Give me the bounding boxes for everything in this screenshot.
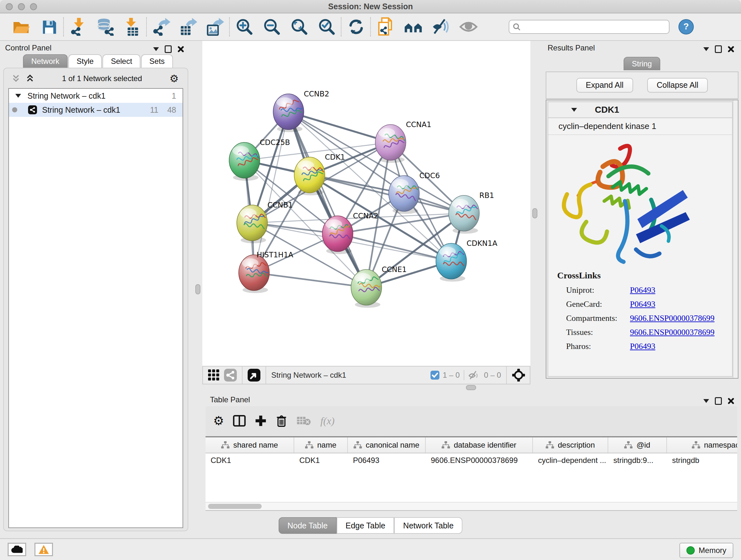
string-style-icon[interactable] bbox=[224, 369, 237, 381]
save-session-icon[interactable] bbox=[40, 17, 59, 37]
cloud-button[interactable] bbox=[8, 543, 26, 556]
zoom-fit-icon[interactable] bbox=[290, 17, 309, 37]
node-card-header[interactable]: CDK1 bbox=[548, 102, 732, 118]
table-cell[interactable]: CDK1 bbox=[205, 456, 294, 465]
zoom-out-icon[interactable] bbox=[262, 17, 281, 37]
column-header-namespace[interactable]: namespace bbox=[667, 437, 737, 453]
table-cell[interactable]: P06493 bbox=[348, 456, 426, 465]
search-field[interactable] bbox=[509, 20, 670, 34]
table-cell[interactable]: CDK1 bbox=[294, 456, 348, 465]
table-horizontal-scrollbar[interactable] bbox=[205, 502, 737, 510]
center-view-icon[interactable] bbox=[512, 368, 525, 382]
refresh-icon[interactable] bbox=[347, 17, 366, 37]
network-node-ccnb2[interactable]: CCNB2 bbox=[273, 90, 329, 132]
left-splitter-handle[interactable] bbox=[195, 284, 200, 294]
right-splitter-handle[interactable] bbox=[532, 208, 537, 219]
export-table-icon[interactable] bbox=[179, 17, 198, 37]
table-cell[interactable]: stringdb:9... bbox=[608, 456, 667, 465]
network-node-ccne1[interactable]: CCNE1 bbox=[351, 265, 407, 308]
tab-edge-table[interactable]: Edge Table bbox=[337, 517, 394, 534]
add-row-icon[interactable] bbox=[255, 415, 267, 427]
import-table-icon[interactable] bbox=[123, 17, 142, 37]
import-network-file-icon[interactable] bbox=[69, 17, 88, 37]
tab-select[interactable]: Select bbox=[103, 54, 140, 68]
birds-eye-view-icon[interactable] bbox=[248, 369, 260, 381]
network-edge[interactable] bbox=[288, 112, 366, 287]
column-header-description[interactable]: description bbox=[533, 437, 608, 453]
network-node-cdc25b[interactable]: CDC25B bbox=[229, 138, 290, 181]
hide-selected-icon[interactable] bbox=[431, 17, 451, 37]
float-panel-icon[interactable] bbox=[715, 45, 722, 53]
selected-checkbox-icon[interactable] bbox=[430, 371, 440, 380]
column-header-canonical-name[interactable]: canonical name bbox=[348, 437, 426, 453]
close-panel-icon[interactable] bbox=[728, 46, 734, 52]
open-session-icon[interactable] bbox=[11, 17, 30, 37]
copy-network-icon[interactable] bbox=[376, 17, 395, 37]
crosslink-link[interactable]: P06493 bbox=[630, 286, 655, 295]
network-edge[interactable] bbox=[254, 273, 366, 287]
warnings-button[interactable] bbox=[35, 543, 53, 556]
delete-table-icon[interactable] bbox=[296, 416, 312, 426]
tab-node-table[interactable]: Node Table bbox=[279, 517, 337, 534]
network-node-hist1h1a[interactable]: HIST1H1A bbox=[239, 251, 293, 293]
scrollbar-thumb[interactable] bbox=[208, 504, 262, 509]
delete-row-icon[interactable] bbox=[276, 415, 287, 427]
string-network-graph[interactable]: CCNB2CCNA1CDC25BCDK1CDC6RB1CCNB1CCNA2CDK… bbox=[202, 41, 530, 366]
export-image-icon[interactable] bbox=[205, 17, 225, 37]
function-builder-icon[interactable]: f(x) bbox=[320, 415, 334, 427]
show-all-icon[interactable] bbox=[459, 17, 478, 37]
help-button[interactable]: ? bbox=[678, 19, 694, 35]
float-panel-icon[interactable] bbox=[165, 45, 172, 53]
network-node-rb1[interactable]: RB1 bbox=[449, 191, 494, 234]
tab-network[interactable]: Network bbox=[23, 54, 68, 68]
first-neighbors-icon[interactable] bbox=[404, 17, 423, 37]
network-node-ccna1[interactable]: CCNA1 bbox=[375, 120, 431, 163]
tab-network-table[interactable]: Network Table bbox=[394, 517, 462, 534]
chevrons-up-icon[interactable] bbox=[25, 74, 35, 83]
network-collection-row[interactable]: String Network – cdk1 1 bbox=[9, 89, 183, 103]
export-network-icon[interactable] bbox=[152, 17, 171, 37]
tab-string[interactable]: String bbox=[623, 57, 660, 70]
network-options-gear-icon[interactable]: ⚙ bbox=[170, 72, 179, 84]
hidden-eye-icon[interactable] bbox=[468, 370, 481, 380]
collapse-panel-icon[interactable] bbox=[153, 47, 159, 51]
collapse-all-button[interactable]: Collapse All bbox=[647, 78, 708, 92]
bottom-splitter-handle[interactable] bbox=[466, 385, 476, 390]
crosslink-link[interactable]: 9606.ENSP00000378699 bbox=[630, 314, 715, 323]
search-input[interactable] bbox=[521, 22, 666, 32]
tab-style[interactable]: Style bbox=[68, 54, 102, 68]
network-edge[interactable] bbox=[288, 112, 391, 142]
zoom-in-icon[interactable] bbox=[235, 17, 254, 37]
close-panel-icon[interactable] bbox=[178, 46, 184, 52]
network-node-cdkn1a[interactable]: CDKN1A bbox=[436, 239, 497, 282]
crosslink-link[interactable]: P06493 bbox=[630, 341, 655, 351]
crosslink-link[interactable]: P06493 bbox=[630, 300, 655, 309]
network-edge[interactable] bbox=[254, 112, 288, 273]
float-panel-icon[interactable] bbox=[715, 397, 722, 405]
close-panel-icon[interactable] bbox=[728, 398, 734, 404]
results-scrollbar[interactable] bbox=[733, 100, 738, 378]
tab-sets[interactable]: Sets bbox=[141, 54, 173, 68]
crosslink-link[interactable]: 9606.ENSP00000378699 bbox=[630, 327, 715, 337]
table-cell[interactable]: stringdb bbox=[667, 456, 737, 465]
chevrons-down-icon[interactable] bbox=[11, 74, 20, 83]
column-header-shared-name[interactable]: shared name bbox=[205, 437, 294, 453]
collection-expand-icon[interactable] bbox=[15, 94, 21, 98]
table-settings-gear-icon[interactable]: ⚙ bbox=[213, 414, 224, 428]
table-cell[interactable]: cyclin–dependent ... bbox=[533, 456, 608, 465]
collapse-panel-icon[interactable] bbox=[703, 399, 709, 403]
expand-all-button[interactable]: Expand All bbox=[576, 78, 633, 92]
collapse-card-icon[interactable] bbox=[571, 108, 577, 112]
network-node-ccnb1[interactable]: CCNB1 bbox=[237, 201, 293, 243]
table-cell[interactable]: 9606.ENSP00000378699 bbox=[426, 456, 533, 465]
memory-button[interactable]: Memory bbox=[679, 543, 733, 558]
column-header-name[interactable]: name bbox=[294, 437, 348, 453]
network-canvas[interactable]: CCNB2CCNA1CDC25BCDK1CDC6RB1CCNB1CCNA2CDK… bbox=[202, 41, 530, 366]
collapse-panel-icon[interactable] bbox=[703, 47, 709, 51]
table-row[interactable]: CDK1CDK1P064939606.ENSP00000378699cyclin… bbox=[205, 453, 737, 468]
import-network-database-icon[interactable] bbox=[96, 17, 115, 37]
node-table[interactable]: shared namenamecanonical namedatabase id… bbox=[205, 436, 737, 511]
column-header--id[interactable]: @id bbox=[608, 437, 667, 453]
column-header-database-identifier[interactable]: database identifier bbox=[426, 437, 533, 453]
zoom-selected-icon[interactable] bbox=[317, 17, 336, 37]
